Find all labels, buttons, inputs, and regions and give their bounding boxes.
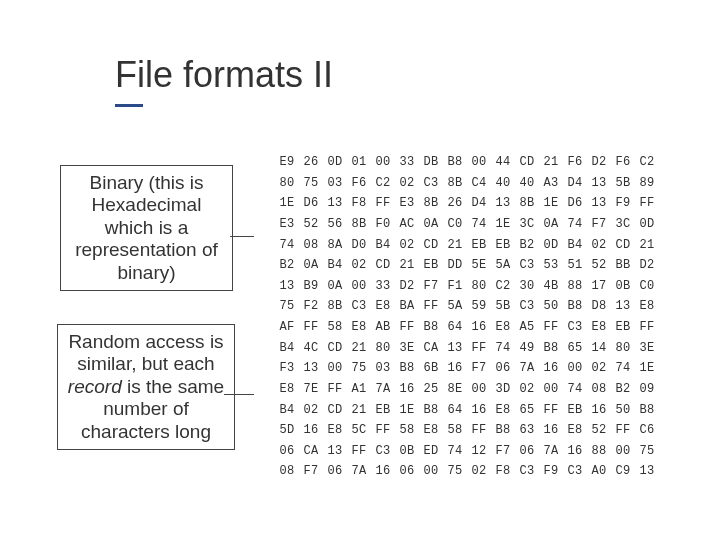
hex-byte: 21 <box>539 152 563 173</box>
hex-byte: 3E <box>395 338 419 359</box>
hex-byte: 21 <box>443 235 467 256</box>
hex-byte: 0B <box>395 441 419 462</box>
hex-byte: D4 <box>467 193 491 214</box>
hex-byte: E8 <box>491 400 515 421</box>
hex-byte: D2 <box>587 152 611 173</box>
hex-byte: C6 <box>635 420 659 441</box>
hex-byte: E8 <box>491 317 515 338</box>
hex-byte: F7 <box>299 461 323 482</box>
hex-byte: E9 <box>275 152 299 173</box>
hex-byte: C3 <box>347 296 371 317</box>
hex-byte: 0D <box>323 152 347 173</box>
hex-byte: 13 <box>587 173 611 194</box>
hex-row: B44CCD21803ECA13FF7449B86514803E <box>275 338 659 359</box>
hex-byte: 3E <box>635 338 659 359</box>
hex-byte: A3 <box>539 173 563 194</box>
hex-byte: 13 <box>611 296 635 317</box>
hex-byte: 00 <box>563 358 587 379</box>
hex-byte: 7E <box>299 379 323 400</box>
hex-byte: EB <box>371 400 395 421</box>
hex-byte: B8 <box>635 400 659 421</box>
hex-byte: 44 <box>491 152 515 173</box>
hex-byte: 64 <box>443 317 467 338</box>
hex-byte: F6 <box>347 173 371 194</box>
hex-byte: 88 <box>563 276 587 297</box>
hex-byte: 12 <box>467 441 491 462</box>
title-accent-bar <box>115 104 143 107</box>
hex-byte: 56 <box>323 214 347 235</box>
hex-byte: D8 <box>587 296 611 317</box>
hex-byte: 16 <box>467 400 491 421</box>
hex-byte: 13 <box>299 358 323 379</box>
hex-row: F313007503B86B16F7067A160002741E <box>275 358 659 379</box>
hex-byte: CA <box>299 441 323 462</box>
hex-byte: FF <box>539 317 563 338</box>
hex-byte: 00 <box>611 441 635 462</box>
hex-byte: 8B <box>419 193 443 214</box>
hex-byte: 5C <box>347 420 371 441</box>
hex-byte: AF <box>275 317 299 338</box>
callout-random-access: Random access is similar, but each recor… <box>57 324 235 450</box>
hex-dump-block: E9260D010033DBB80044CD21F6D2F6C2807503F6… <box>275 152 659 482</box>
hex-byte: 21 <box>395 255 419 276</box>
hex-byte: D6 <box>299 193 323 214</box>
hex-byte: B4 <box>371 235 395 256</box>
hex-byte: 06 <box>323 461 347 482</box>
hex-byte: E8 <box>371 296 395 317</box>
hex-byte: FF <box>371 420 395 441</box>
hex-byte: 58 <box>395 420 419 441</box>
hex-byte: C3 <box>563 461 587 482</box>
hex-byte: C3 <box>515 461 539 482</box>
hex-byte: AC <box>395 214 419 235</box>
hex-byte: 53 <box>539 255 563 276</box>
hex-byte: E8 <box>275 379 299 400</box>
hex-row: 08F7067A1606007502F8C3F9C3A0C913 <box>275 461 659 482</box>
hex-byte: 5D <box>275 420 299 441</box>
hex-byte: E3 <box>275 214 299 235</box>
hex-byte: F7 <box>467 358 491 379</box>
hex-byte: 00 <box>371 152 395 173</box>
hex-byte: F1 <box>443 276 467 297</box>
page-title: File formats II <box>115 54 333 96</box>
hex-byte: 74 <box>563 214 587 235</box>
hex-byte: E8 <box>563 420 587 441</box>
hex-byte: 89 <box>635 173 659 194</box>
hex-byte: 14 <box>587 338 611 359</box>
callout-binary: Binary (this is Hexadecimal which is a r… <box>60 165 233 291</box>
hex-byte: C2 <box>635 152 659 173</box>
hex-byte: AB <box>371 317 395 338</box>
hex-byte: 00 <box>323 358 347 379</box>
hex-byte: 5A <box>491 255 515 276</box>
hex-byte: 80 <box>467 276 491 297</box>
hex-byte: F7 <box>587 214 611 235</box>
hex-row: 807503F6C202C38BC44040A3D4135B89 <box>275 173 659 194</box>
hex-byte: D0 <box>347 235 371 256</box>
hex-byte: C4 <box>467 173 491 194</box>
hex-byte: B2 <box>275 255 299 276</box>
hex-byte: FF <box>395 317 419 338</box>
hex-byte: F6 <box>611 152 635 173</box>
hex-byte: C3 <box>371 441 395 462</box>
hex-byte: 13 <box>587 193 611 214</box>
hex-byte: EB <box>419 255 443 276</box>
hex-byte: 16 <box>467 317 491 338</box>
hex-byte: 03 <box>323 173 347 194</box>
hex-byte: CD <box>371 255 395 276</box>
hex-byte: B8 <box>419 317 443 338</box>
hex-byte: 17 <box>587 276 611 297</box>
hex-byte: 00 <box>467 379 491 400</box>
hex-byte: 5B <box>491 296 515 317</box>
hex-byte: 06 <box>395 461 419 482</box>
hex-byte: D4 <box>563 173 587 194</box>
hex-byte: B8 <box>419 400 443 421</box>
hex-byte: D2 <box>635 255 659 276</box>
hex-byte: FF <box>347 441 371 462</box>
hex-byte: 16 <box>299 420 323 441</box>
hex-byte: 16 <box>539 420 563 441</box>
hex-byte: C9 <box>611 461 635 482</box>
hex-row: E87EFFA17A16258E003D02007408B209 <box>275 379 659 400</box>
hex-byte: 26 <box>299 152 323 173</box>
hex-byte: A0 <box>587 461 611 482</box>
hex-byte: F9 <box>539 461 563 482</box>
hex-byte: 5E <box>467 255 491 276</box>
